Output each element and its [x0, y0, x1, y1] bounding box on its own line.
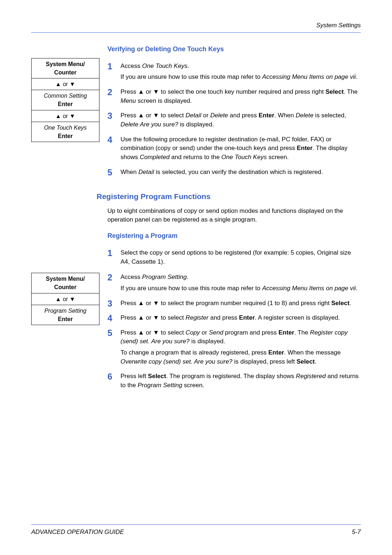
text-italic: One Touch Keys: [221, 154, 267, 161]
text-bold: Enter: [278, 329, 294, 336]
routemap1-cell3: Common Setting Enter: [32, 90, 99, 110]
routemap2-cell1: System Menu/ Counter: [32, 273, 99, 293]
footer-left: ADVANCED OPERATION GUIDE: [31, 528, 124, 537]
text-bold: Select: [326, 88, 344, 95]
text-bold: Select: [331, 300, 350, 307]
text: Select the copy or send options to be re…: [121, 248, 361, 266]
s2-step6: 6 Press left Select. The program is regi…: [107, 372, 361, 392]
text-italic: Program Setting: [138, 382, 182, 389]
step-number: 5: [107, 168, 114, 177]
step-number: 3: [107, 299, 114, 308]
step-number: 5: [107, 328, 114, 338]
s1-step1: 1 Access One Touch Keys. If you are unsu…: [107, 62, 361, 84]
routemap1-cell5: One Touch Keys Enter: [32, 122, 99, 142]
footer-rule: [31, 524, 361, 525]
routemap1-cell2: ▲ or ▼: [32, 78, 99, 90]
step-number: 6: [107, 372, 114, 381]
text: and press: [208, 314, 239, 321]
routemap-1: System Menu/ Counter ▲ or ▼ Common Setti…: [31, 58, 99, 142]
section2-steps: 2 Access Program Setting. If you are uns…: [107, 273, 361, 395]
s2-step2: 2 Access Program Setting. If you are uns…: [107, 273, 361, 295]
text: Press left: [121, 373, 148, 380]
text: screen is displayed.: [136, 97, 192, 104]
text-italic: Menu: [121, 97, 136, 104]
text: If you are unsure how to use this route …: [121, 73, 262, 80]
text-italic: Register: [185, 314, 208, 321]
text-bold: Enter: [258, 112, 274, 119]
s1-step2: 2 Press ▲ or ▼ to select the one touch k…: [107, 88, 361, 108]
routemap2-line1b: Counter: [54, 284, 76, 290]
routemap2-line3a: Program Setting: [44, 308, 86, 314]
text: Press ▲ or ▼ to select the program numbe…: [121, 300, 331, 307]
text: Access: [121, 274, 142, 280]
text: .: [187, 274, 188, 280]
step-number: 4: [107, 313, 114, 323]
routemap1-line1b: Counter: [54, 69, 76, 76]
text: .: [350, 300, 351, 307]
step-number: 4: [107, 135, 114, 145]
page-header: System Settings: [31, 21, 361, 36]
text: .: [315, 358, 317, 365]
text: . When the message: [284, 349, 341, 356]
text: and press: [228, 112, 258, 119]
text: is displayed.: [178, 121, 214, 128]
text: If you are unsure how to use this route …: [121, 285, 262, 292]
text: . The: [344, 88, 358, 95]
text: .: [356, 73, 358, 80]
text: program and press: [223, 329, 278, 336]
text: . The program is registered. The display…: [166, 373, 296, 380]
text: screen.: [182, 382, 204, 389]
text-italic: One Touch Keys: [142, 62, 188, 69]
text: Access: [121, 62, 142, 69]
s2-step5: 5 Press ▲ or ▼ to select Copy or Send pr…: [107, 328, 361, 369]
text-bold: Enter: [268, 349, 284, 356]
text: . A register screen is displayed.: [255, 314, 340, 321]
text-italic: Detail: [138, 169, 154, 175]
text: and returns to the: [170, 154, 221, 161]
text-italic: Delete Are you sure?: [121, 121, 178, 128]
section2-intro: Up to eight combinations of copy or send…: [107, 207, 361, 224]
text: or: [201, 112, 211, 119]
s2-step3: 3 Press ▲ or ▼ to select the program num…: [107, 299, 361, 310]
step-number: 2: [107, 273, 114, 282]
text-bold: Select: [148, 373, 166, 380]
text: is displayed.: [189, 338, 225, 345]
text: .: [356, 285, 358, 292]
text: is selected,: [314, 112, 346, 119]
text: or: [200, 329, 209, 336]
routemap1-cell1: System Menu/ Counter: [32, 58, 99, 78]
s2-step1: 1 Select the copy or send options to be …: [107, 248, 361, 268]
text: To change a program that is already regi…: [121, 349, 268, 356]
routemap1-line5b: Enter: [58, 133, 73, 139]
text: . When: [274, 112, 296, 119]
text-bold: Enter: [297, 145, 313, 151]
text: is selected, you can verify the destinat…: [154, 169, 323, 175]
step-number: 1: [107, 62, 114, 71]
routemap2-line3b: Enter: [58, 316, 73, 322]
s1-step5: 5 When Detail is selected, you can verif…: [107, 168, 361, 179]
routemap1-line5a: One Touch Keys: [44, 125, 87, 131]
routemap1-line1a: System Menu/: [46, 61, 85, 67]
footer-right: 5-7: [352, 528, 361, 537]
header-rule: [31, 32, 361, 33]
page-content: Verifying or Deleting One Touch Keys Sys…: [31, 44, 361, 395]
page-footer: ADVANCED OPERATION GUIDE 5-7: [31, 524, 361, 537]
routemap2-cell2: ▲ or ▼: [32, 293, 99, 305]
text: screen.: [267, 154, 289, 161]
s2-step4: 4 Press ▲ or ▼ to select Register and pr…: [107, 313, 361, 325]
text-italic: Overwrite copy (send) set. Are you sure?: [121, 358, 232, 365]
text: Press ▲ or ▼ to select: [121, 314, 185, 321]
text: . The: [294, 329, 310, 336]
section2-subtitle: Registering a Program: [107, 231, 361, 240]
section2-title: Registering Program Functions: [97, 191, 361, 202]
step-number: 2: [107, 88, 114, 97]
text: When: [121, 169, 138, 175]
section1-steps: 1 Access One Touch Keys. If you are unsu…: [107, 58, 361, 182]
running-head: System Settings: [31, 21, 361, 30]
text-italic: Delete: [296, 112, 314, 119]
text-italic: Registered: [296, 373, 326, 380]
text-bold: Select: [297, 358, 315, 365]
section2-row2: System Menu/ Counter ▲ or ▼ Program Sett…: [31, 273, 361, 395]
text-italic: Detail: [185, 112, 201, 119]
text: .: [188, 62, 189, 69]
